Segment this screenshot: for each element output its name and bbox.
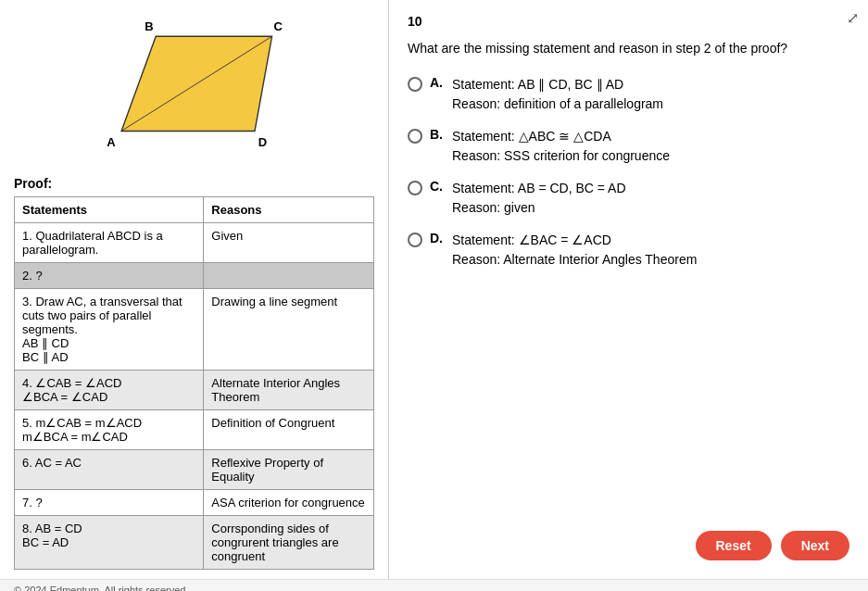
option-content-2: Statement: △ABC ≅ △CDAReason: SSS criter… (452, 127, 670, 166)
next-button[interactable]: Next (781, 531, 849, 560)
footer: © 2024 Edmentum. All rights reserved. (0, 579, 868, 591)
option-content-1: Statement: AB ∥ CD, BC ∥ ADReason: defin… (452, 75, 663, 114)
table-row: Corrsponding sides of congrurent triangl… (204, 516, 374, 570)
right-panel: ⤢ 10 What are the missing statement and … (389, 0, 868, 579)
options-list: A.Statement: AB ∥ CD, BC ∥ ADReason: def… (408, 75, 849, 270)
option-statement-2: Statement: △ABC ≅ △CDA (452, 127, 670, 146)
option-reason-2: Reason: SSS criterion for congruence (452, 146, 670, 166)
option-reason-1: Reason: definition of a parallelogram (452, 94, 663, 114)
option-content-4: Statement: ∠BAC = ∠ACDReason: Alternate … (452, 231, 697, 270)
buttons-row: Reset Next (696, 531, 850, 560)
radio-1[interactable] (408, 77, 422, 92)
option-item-2[interactable]: B.Statement: △ABC ≅ △CDAReason: SSS crit… (408, 127, 849, 166)
option-item-4[interactable]: D.Statement: ∠BAC = ∠ACDReason: Alternat… (408, 231, 849, 270)
diagram-area: A B C D (14, 9, 374, 167)
option-statement-4: Statement: ∠BAC = ∠ACD (452, 231, 697, 250)
table-row: 1. Quadrilateral ABCD is a parallelogram… (15, 223, 204, 263)
question-text: What are the missing statement and reaso… (408, 40, 849, 58)
table-row: Reflexive Property of Equality (204, 450, 374, 490)
option-letter-2: B. (430, 127, 447, 142)
vertex-b-label: B (145, 19, 153, 33)
table-row: Alternate Interior Angles Theorem (204, 371, 374, 410)
radio-2[interactable] (408, 129, 422, 144)
radio-4[interactable] (408, 233, 422, 247)
table-row: 2. ? (15, 263, 204, 289)
vertex-d-label: D (258, 135, 266, 149)
question-number: 10 (408, 14, 849, 29)
option-statement-3: Statement: AB = CD, BC = AD (452, 179, 626, 198)
option-letter-3: C. (430, 179, 447, 194)
col-header-statements: Statements (15, 197, 204, 223)
option-item-3[interactable]: C.Statement: AB = CD, BC = ADReason: giv… (408, 179, 849, 218)
table-row: ASA criterion for congruence (204, 490, 374, 516)
option-letter-1: A. (430, 75, 447, 90)
option-statement-1: Statement: AB ∥ CD, BC ∥ AD (452, 75, 663, 94)
vertex-c-label: C (273, 19, 283, 33)
table-row: 7. ? (15, 490, 204, 516)
parallelogram-diagram: A B C D (74, 14, 315, 162)
option-reason-3: Reason: given (452, 198, 626, 218)
option-content-3: Statement: AB = CD, BC = ADReason: given (452, 179, 626, 218)
table-row (204, 263, 374, 289)
expand-icon[interactable]: ⤢ (847, 9, 859, 27)
option-letter-4: D. (430, 231, 447, 245)
table-row: Drawing a line segment (204, 289, 374, 371)
table-row: 6. AC = AC (15, 450, 204, 490)
table-row: 4. ∠CAB = ∠ACD ∠BCA = ∠CAD (15, 371, 204, 410)
reset-button[interactable]: Reset (696, 531, 772, 560)
table-row: 5. m∠CAB = m∠ACD m∠BCA = m∠CAD (15, 410, 204, 450)
option-reason-4: Reason: Alternate Interior Angles Theore… (452, 250, 697, 270)
proof-label: Proof: (14, 176, 374, 191)
table-row: 8. AB = CD BC = AD (15, 516, 204, 570)
table-row: 3. Draw AC, a transversal that cuts two … (15, 289, 204, 371)
left-panel: A B C D Proof: Statements Reasons 1. Qua… (0, 0, 389, 579)
radio-3[interactable] (408, 181, 422, 195)
option-item-1[interactable]: A.Statement: AB ∥ CD, BC ∥ ADReason: def… (408, 75, 849, 114)
col-header-reasons: Reasons (204, 197, 374, 223)
vertex-a-label: A (107, 135, 116, 149)
table-row: Given (204, 223, 374, 263)
proof-table: Statements Reasons 1. Quadrilateral ABCD… (14, 196, 374, 570)
table-row: Definition of Congruent (204, 410, 374, 450)
